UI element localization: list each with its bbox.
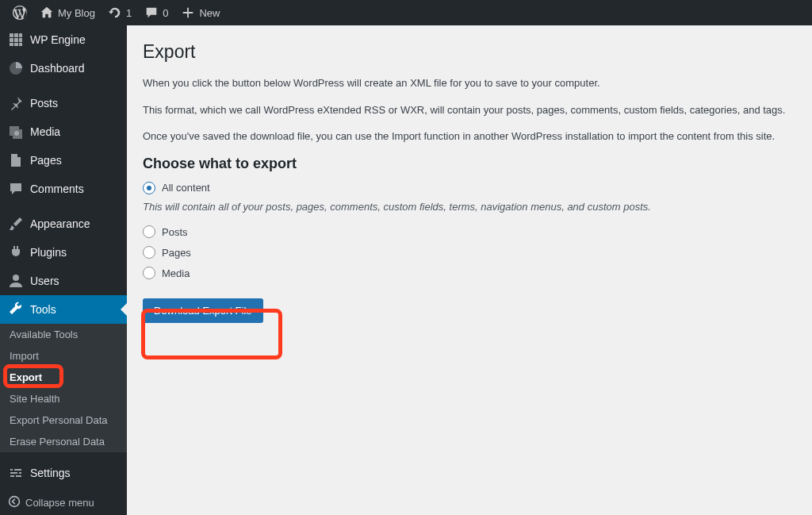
collapse-icon [8,495,21,510]
radio-posts[interactable]: Posts [143,225,796,238]
wpengine-icon [8,32,24,48]
export-desc-1: When you click the button below WordPres… [143,75,796,91]
sidebar-item-label: Tools [30,303,56,316]
sidebar-item-pages[interactable]: Pages [0,146,127,175]
plus-icon [181,6,195,20]
tools-submenu: Available Tools Import Export Site Healt… [0,324,127,452]
sub-item-erase-personal[interactable]: Erase Personal Data [0,431,127,452]
comments-link[interactable]: 0 [138,0,174,25]
dashboard-icon [8,60,24,76]
updates-link[interactable]: 1 [102,0,138,25]
sidebar-item-media[interactable]: Media [0,117,127,146]
export-desc-3: Once you've saved the download file, you… [143,129,796,144]
comment-icon [144,6,159,20]
radio-media[interactable]: Media [143,267,796,279]
home-icon [40,6,54,20]
refresh-icon [108,6,122,20]
radio-icon [143,246,155,259]
download-export-button[interactable]: Download Export File [143,298,263,323]
sidebar-item-label: Pages [30,154,62,167]
plug-icon [8,244,24,260]
sidebar-item-settings[interactable]: Settings [0,459,127,487]
sidebar-item-label: Posts [30,97,58,110]
user-icon [8,273,24,289]
sidebar-item-wpengine[interactable]: WP Engine [0,25,127,54]
radio-label: Media [162,267,190,279]
sidebar-item-comments[interactable]: Comments [0,175,127,203]
pin-icon [8,95,24,111]
svg-point-1 [13,275,19,281]
sidebar-item-appearance[interactable]: Appearance [0,209,127,238]
brush-icon [8,216,24,232]
sub-item-available-tools[interactable]: Available Tools [0,324,127,345]
choose-heading: Choose what to export [143,156,796,172]
radio-pages[interactable]: Pages [143,246,796,259]
main-content: Export When you click the button below W… [127,25,812,515]
all-content-note: This will contain all of your posts, pag… [143,199,796,215]
sidebar-item-users[interactable]: Users [0,267,127,295]
radio-all-content[interactable]: All content [143,182,796,194]
svg-point-0 [14,131,19,136]
sidebar-item-label: Settings [30,467,71,479]
site-name-text: My Blog [58,7,95,19]
new-content-link[interactable]: New [174,0,226,25]
radio-icon [143,182,155,194]
sidebar-item-dashboard[interactable]: Dashboard [0,54,127,83]
sidebar-item-label: Appearance [30,217,90,230]
sidebar-item-label: Users [30,275,59,287]
sidebar-item-tools[interactable]: Tools [0,295,127,324]
site-name-link[interactable]: My Blog [33,0,102,25]
sliders-icon [8,465,24,481]
sidebar-item-label: Media [30,125,60,138]
page-title: Export [143,41,796,63]
svg-point-2 [10,497,20,507]
sub-item-site-health[interactable]: Site Health [0,388,127,409]
updates-count: 1 [126,7,132,19]
sidebar-item-label: Plugins [30,246,67,259]
wrench-icon [8,302,24,317]
collapse-label: Collapse menu [25,497,94,509]
radio-label: All content [162,182,210,194]
sidebar-item-label: Dashboard [30,62,85,75]
sidebar-item-posts[interactable]: Posts [0,89,127,117]
collapse-menu[interactable]: Collapse menu [0,487,127,515]
wordpress-icon [13,6,27,20]
sidebar-item-label: WP Engine [30,33,86,46]
sub-item-export[interactable]: Export [0,367,127,388]
comments-count: 0 [163,7,168,19]
radio-label: Posts [162,226,188,238]
export-desc-2: This format, which we call WordPress eXt… [143,102,796,118]
comment-icon [8,181,24,197]
wp-logo[interactable] [6,0,33,25]
admin-sidebar: WP Engine Dashboard Posts Media Pages Co… [0,25,127,515]
sub-item-export-personal[interactable]: Export Personal Data [0,409,127,431]
new-label: New [199,7,220,19]
radio-icon [143,267,155,279]
media-icon [8,124,24,140]
radio-icon [143,225,155,238]
sidebar-item-label: Comments [30,183,84,195]
sidebar-item-plugins[interactable]: Plugins [0,238,127,267]
page-icon [8,152,24,168]
sub-item-import[interactable]: Import [0,345,127,367]
admin-toolbar: My Blog 1 0 New [0,0,812,25]
radio-label: Pages [162,247,191,259]
